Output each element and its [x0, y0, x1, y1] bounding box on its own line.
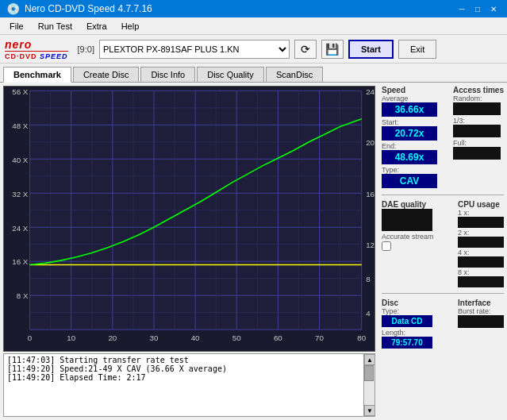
svg-text:16: 16 [366, 190, 374, 198]
chart-svg: 56 X 48 X 40 X 32 X 24 X 16 X 8 X 24 20 … [4, 87, 374, 351]
log-scrollbar: ▲ ▼ [363, 354, 374, 416]
log-line-1: [11:47:03] Starting transfer rate test [7, 356, 360, 364]
svg-text:24 X: 24 X [12, 224, 29, 233]
svg-text:32 X: 32 X [12, 190, 29, 198]
scroll-thumb[interactable] [364, 365, 374, 381]
svg-text:30: 30 [150, 333, 159, 342]
menu-bar: File Run Test Extra Help [0, 17, 507, 35]
exit-button[interactable]: Exit [398, 40, 436, 59]
start-value: 20.72x [382, 126, 437, 141]
end-value: 48.69x [382, 150, 437, 164]
divider-1 [382, 195, 504, 195]
tab-create-disc[interactable]: Create Disc [73, 67, 139, 82]
disc-type-value: Data CD [382, 315, 432, 327]
average-label: Average [382, 94, 437, 102]
disc-interface-row: Disc Type: Data CD Length: 79:57.70 Inte… [382, 299, 504, 349]
cpu-8x-value [458, 276, 504, 287]
cpu-4x-value [458, 256, 504, 268]
access-times-label: Access times [453, 86, 504, 94]
onethird-label: 1/3: [453, 117, 504, 125]
tab-scan-disc[interactable]: ScanDisc [266, 67, 323, 82]
start-label: Start: [382, 118, 437, 126]
refresh-button[interactable]: ⟳ [294, 40, 317, 59]
cpu-2x-label: 2 x: [458, 229, 504, 237]
accurate-stream-label: Accurate stream [382, 233, 434, 241]
svg-text:10: 10 [67, 333, 75, 342]
interface-label: Interface [458, 299, 504, 307]
random-label: Random: [453, 94, 504, 102]
svg-text:40: 40 [191, 333, 200, 342]
svg-text:24: 24 [366, 87, 374, 96]
disc-section: Disc Type: Data CD Length: 79:57.70 [382, 299, 432, 349]
minimize-button[interactable]: ─ [455, 2, 469, 16]
log-area: [11:47:03] Starting transfer rate test [… [3, 353, 375, 417]
log-line-2: [11:49:20] Speed:21-49 X CAV (36.66 X av… [7, 364, 360, 373]
divider-2 [382, 293, 504, 294]
close-button[interactable]: ✕ [486, 2, 501, 16]
cpu-1x-label: 1 x: [458, 209, 504, 217]
accurate-stream-checkbox[interactable] [382, 241, 391, 251]
scroll-down-button[interactable]: ▼ [364, 405, 375, 416]
toolbar: nero CD·DVD SPEED [9:0] PLEXTOR PX-891SA… [0, 35, 507, 64]
svg-text:70: 70 [315, 333, 324, 342]
svg-text:20: 20 [366, 138, 374, 147]
svg-text:60: 60 [274, 333, 282, 342]
burst-label: Burst rate: [458, 307, 504, 315]
svg-text:48 X: 48 X [12, 121, 29, 130]
drive-label: [9:0] [78, 44, 94, 54]
chart-wrapper: 56 X 48 X 40 X 32 X 24 X 16 X 8 X 24 20 … [0, 83, 378, 420]
cpu-8x-label: 8 x: [458, 268, 504, 276]
svg-text:80: 80 [357, 333, 366, 342]
chart-container: 56 X 48 X 40 X 32 X 24 X 16 X 8 X 24 20 … [3, 86, 375, 352]
menu-file[interactable]: File [3, 20, 30, 33]
save-button[interactable]: 💾 [321, 40, 344, 59]
main-area: 56 X 48 X 40 X 32 X 24 X 16 X 8 X 24 20 … [0, 83, 507, 420]
cpu-label: CPU usage [458, 200, 504, 209]
dae-section: DAE quality Accurate stream [382, 200, 434, 288]
svg-text:4: 4 [366, 309, 371, 318]
speed-label: Speed [382, 86, 437, 94]
tab-benchmark[interactable]: Benchmark [3, 67, 71, 83]
tab-disc-quality[interactable]: Disc Quality [197, 67, 264, 82]
disc-length-value: 79:57.70 [382, 337, 432, 349]
log-line-3: [11:49:20] Elapsed Time: 2:17 [7, 373, 360, 382]
end-label: End: [382, 142, 437, 150]
app-title: Nero CD-DVD Speed 4.7.7.16 [25, 3, 152, 14]
type-label: Type: [382, 166, 437, 174]
svg-text:20: 20 [108, 333, 117, 342]
drive-select[interactable]: PLEXTOR PX-891SAF PLUS 1.KN [99, 40, 290, 59]
disc-label: Disc [382, 299, 432, 307]
type-value: CAV [382, 174, 437, 188]
title-bar: 💿 Nero CD-DVD Speed 4.7.7.16 ─ □ ✕ [0, 0, 507, 17]
menu-run-test[interactable]: Run Test [32, 20, 79, 33]
app-icon: 💿 [6, 2, 20, 15]
svg-text:0: 0 [28, 333, 33, 342]
cpu-4x-label: 4 x: [458, 249, 504, 256]
svg-text:12: 12 [366, 241, 374, 249]
scroll-up-button[interactable]: ▲ [364, 354, 375, 365]
svg-text:16 X: 16 X [12, 258, 29, 267]
log-content: [11:47:03] Starting transfer rate test [… [4, 354, 363, 416]
svg-text:8: 8 [366, 275, 370, 283]
svg-text:40 X: 40 X [12, 156, 29, 164]
tab-bar: Benchmark Create Disc Disc Info Disc Qua… [0, 64, 507, 83]
menu-help[interactable]: Help [115, 20, 146, 33]
burst-value [458, 315, 504, 328]
maximize-button[interactable]: □ [471, 2, 485, 16]
right-panel: Speed Average 36.66x Start: 20.72x End: … [378, 83, 507, 420]
svg-text:50: 50 [232, 333, 241, 342]
svg-text:8 X: 8 X [17, 292, 29, 301]
dae-cpu-row: DAE quality Accurate stream CPU usage 1 … [382, 200, 504, 288]
average-value: 36.66x [382, 102, 437, 117]
disc-type-label: Type: [382, 307, 432, 315]
nero-logo: nero CD·DVD SPEED [5, 38, 68, 60]
menu-extra[interactable]: Extra [80, 20, 113, 33]
dae-label: DAE quality [382, 200, 434, 209]
full-label: Full: [453, 139, 504, 147]
onethird-value [453, 125, 501, 137]
tab-disc-info[interactable]: Disc Info [140, 67, 195, 82]
scroll-track [364, 365, 374, 405]
cpu-2x-value [458, 237, 504, 248]
start-button[interactable]: Start [348, 40, 394, 59]
dae-value [382, 209, 432, 231]
